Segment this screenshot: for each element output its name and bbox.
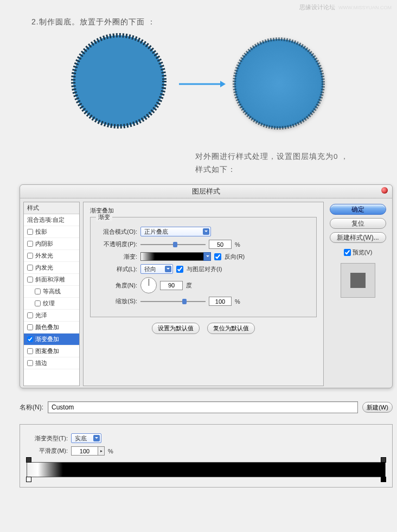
scale-label: 缩放(S): [98, 297, 137, 305]
gradient-type-select[interactable]: 实底 [71, 433, 101, 443]
style-item-gradient-overlay[interactable]: 渐变叠加 [24, 334, 79, 345]
style-item-color-overlay[interactable]: 颜色叠加 [24, 322, 79, 334]
arrow-icon [179, 80, 226, 88]
checkbox[interactable] [27, 348, 33, 354]
style-item-pattern-overlay[interactable]: 图案叠加 [24, 345, 79, 357]
watermark: 思缘设计论坛 WWW.MISSYUAN.COM [299, 3, 392, 11]
checkbox[interactable] [27, 360, 33, 366]
chevron-down-icon [165, 266, 171, 272]
close-icon[interactable] [381, 187, 388, 194]
checkbox[interactable] [27, 253, 33, 259]
svg-point-0 [73, 35, 164, 126]
right-button-panel: 确定 复位 新建样式(W)... 预览(V) [327, 202, 389, 386]
gradient-bar[interactable] [27, 462, 386, 477]
reverse-checkbox[interactable] [214, 253, 221, 260]
angle-label: 角度(N): [98, 281, 137, 290]
smoothness-label: 平滑度(M): [27, 447, 68, 455]
checkbox[interactable] [27, 277, 33, 283]
chevron-down-icon[interactable] [203, 252, 211, 261]
blend-mode-label: 混合模式(O): [98, 228, 137, 236]
checkbox[interactable] [27, 324, 33, 330]
scale-input[interactable] [209, 297, 232, 306]
style-item-bevel[interactable]: 斜面和浮雕 [24, 274, 79, 286]
ok-button[interactable]: 确定 [330, 204, 386, 215]
dialog-title: 图层样式 [192, 187, 220, 195]
fieldset-label: 渐变 [96, 213, 112, 221]
watermark-url: WWW.MISSYUAN.COM [338, 5, 392, 10]
chevron-down-icon [93, 435, 100, 441]
checkbox[interactable] [27, 241, 33, 247]
percent: % [235, 298, 240, 305]
name-label: 名称(N): [20, 403, 43, 412]
checkbox[interactable] [35, 300, 41, 306]
style-item-stroke[interactable]: 描边 [24, 357, 79, 369]
style-item-inner-shadow[interactable]: 内阴影 [24, 238, 79, 250]
svg-marker-3 [220, 81, 226, 87]
align-label: 与图层对齐(I) [187, 265, 222, 273]
dialog-title-bar[interactable]: 图层样式 [20, 185, 392, 198]
style-item-contour[interactable]: 等高线 [24, 286, 79, 298]
opacity-label: 不透明度(P): [98, 240, 137, 248]
percent: % [108, 448, 113, 454]
style-item-satin[interactable]: 光泽 [24, 310, 79, 322]
description: 对外圈进行样式处理，设置图层填充为0 ， 样式如下： [195, 150, 349, 176]
new-button[interactable]: 新建(W) [362, 402, 393, 413]
percent: % [235, 241, 240, 248]
smoothness-input[interactable] [71, 446, 98, 456]
preview-checkbox[interactable] [344, 249, 351, 256]
desc-line1: 对外圈进行样式处理，设置图层填充为0 ， [195, 150, 349, 163]
checkbox[interactable] [27, 312, 33, 318]
checkbox[interactable] [27, 265, 33, 271]
checkbox[interactable] [27, 229, 33, 235]
opacity-slider[interactable] [140, 244, 206, 245]
angle-dial[interactable] [140, 277, 157, 293]
opacity-input[interactable] [209, 240, 232, 249]
step-title: 2.制作圆底。放置于外圈的下面 ： [31, 17, 156, 27]
style-list-header: 样式 [24, 202, 79, 214]
name-input[interactable] [48, 401, 358, 413]
color-stop-left[interactable] [26, 477, 31, 483]
style-select[interactable]: 径向 [140, 264, 173, 274]
circle-styled [232, 37, 325, 130]
blend-options-item[interactable]: 混合选项:自定 [24, 214, 79, 226]
preview-label: 预览(V) [353, 248, 373, 257]
checkbox[interactable] [35, 289, 41, 294]
scale-slider[interactable] [140, 301, 206, 302]
set-default-button[interactable]: 设置为默认值 [152, 323, 200, 334]
style-item-drop-shadow[interactable]: 投影 [24, 226, 79, 238]
chevron-down-icon [203, 228, 209, 235]
style-label: 样式(L): [98, 265, 137, 273]
align-checkbox[interactable] [176, 266, 183, 273]
settings-panel: 渐变叠加 渐变 混合模式(O): 正片叠底 不透明度(P): % [83, 202, 324, 386]
checkbox[interactable] [27, 336, 33, 342]
section-title: 渐变叠加 [90, 207, 317, 215]
desc-line2: 样式如下： [195, 163, 349, 176]
reset-button[interactable]: 复位 [330, 218, 386, 229]
style-item-texture[interactable]: 纹理 [24, 298, 79, 310]
opacity-stop-right[interactable] [381, 457, 386, 463]
gradient-label: 渐变: [98, 253, 137, 261]
circle-dashed [71, 33, 167, 129]
degree-label: 度 [186, 281, 192, 290]
reverse-label: 反向(R) [225, 253, 245, 261]
gradient-fieldset: 渐变 混合模式(O): 正片叠底 不透明度(P): % [90, 217, 317, 317]
new-style-button[interactable]: 新建样式(W)... [330, 232, 386, 243]
gradient-type-label: 渐变类型(T): [27, 434, 68, 443]
style-item-inner-glow[interactable]: 内发光 [24, 262, 79, 274]
style-list: 样式 混合选项:自定 投影 内阴影 外发光 内发光 斜面和浮雕 等高线 纹理 光… [23, 202, 80, 386]
stepper-icon[interactable]: ▸ [98, 446, 105, 456]
watermark-site: 思缘设计论坛 [299, 4, 335, 10]
layer-style-dialog: 图层样式 样式 混合选项:自定 投影 内阴影 外发光 内发光 斜面和浮雕 等高线… [20, 184, 393, 388]
style-item-outer-glow[interactable]: 外发光 [24, 250, 79, 262]
preview-swatch [341, 263, 375, 298]
opacity-stop-left[interactable] [26, 457, 31, 463]
angle-input[interactable] [160, 281, 183, 290]
gradient-name-row: 名称(N): 新建(W) [20, 401, 393, 413]
blend-mode-select[interactable]: 正片叠底 [140, 227, 211, 236]
gradient-picker[interactable] [140, 252, 211, 261]
gradient-editor: 渐变类型(T): 实底 平滑度(M): ▸ % [20, 424, 393, 488]
reset-default-button[interactable]: 复位为默认值 [207, 323, 255, 334]
color-stop-right[interactable] [381, 477, 386, 483]
illustration [71, 33, 342, 141]
